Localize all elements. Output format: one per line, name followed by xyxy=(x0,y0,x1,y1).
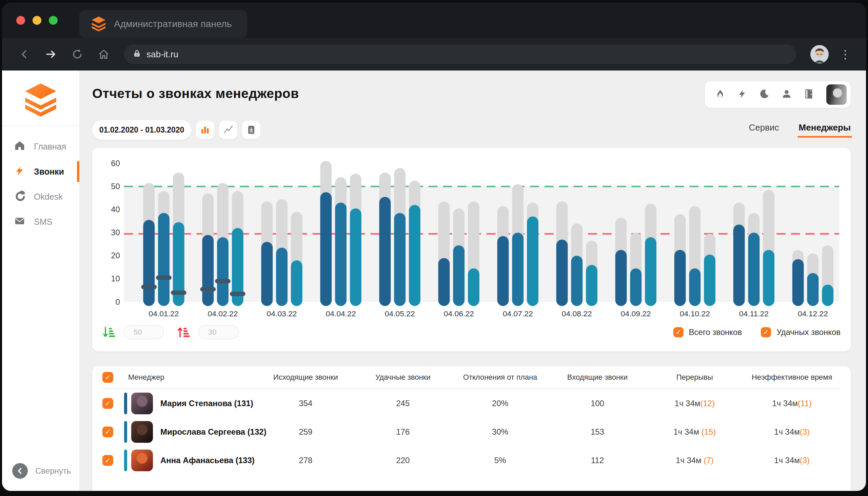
table-row[interactable]: ✓Анна Афанасьева (133)2782205%1121ч 34м … xyxy=(103,446,840,475)
active-indicator xyxy=(77,161,79,182)
export-button[interactable] xyxy=(242,121,260,139)
browser-tab[interactable]: Административная панель xyxy=(79,10,247,38)
collapse-label: Свернуть xyxy=(35,466,71,476)
outgoing-calls-value: 278 xyxy=(257,456,354,465)
sidebar-divider xyxy=(2,125,79,126)
sidebar-item-sms[interactable]: SMS xyxy=(2,209,79,234)
minimize-window-button[interactable] xyxy=(33,16,41,25)
svg-text:40: 40 xyxy=(111,205,120,214)
checkbox-checked-icon[interactable]: ✓ xyxy=(673,327,684,337)
ineffective-time-value: 1ч 34м(11) xyxy=(743,399,840,408)
sidebar-item-calls[interactable]: Звонки xyxy=(2,159,79,184)
svg-text:30: 30 xyxy=(111,228,120,237)
successful-calls-value: 220 xyxy=(354,456,452,465)
sidebar-collapse[interactable]: Свернуть xyxy=(2,463,79,479)
ineffective-time-value: 1ч 34м(3) xyxy=(743,427,840,437)
url-bar[interactable]: sab-it.ru xyxy=(124,44,796,64)
legend-label: Всего звонков xyxy=(689,327,742,337)
checkbox-checked-icon[interactable]: ✓ xyxy=(761,327,771,337)
bar-chart-view-button[interactable] xyxy=(196,121,214,139)
sidebar-item-home[interactable]: Главная xyxy=(2,134,79,159)
column-header[interactable]: Неэффективное время xyxy=(743,373,840,382)
manager-color-bar xyxy=(124,421,127,443)
back-button[interactable] xyxy=(14,43,35,65)
svg-text:04.01.22: 04.01.22 xyxy=(149,309,179,318)
flame-icon[interactable] xyxy=(715,89,725,100)
breaks-value: 1ч 34м (7) xyxy=(646,456,743,465)
door-exit-icon[interactable] xyxy=(804,89,814,100)
top-toolbar xyxy=(705,81,851,108)
tab-title: Административная панель xyxy=(114,19,232,30)
svg-text:04.04.22: 04.04.22 xyxy=(326,309,356,318)
svg-text:04.11.22: 04.11.22 xyxy=(739,309,769,318)
manager-avatar xyxy=(131,450,153,471)
column-header[interactable]: Отклонения от плана xyxy=(452,373,549,382)
sort-asc-icon[interactable] xyxy=(177,326,190,339)
column-header[interactable]: Перерывы xyxy=(646,373,743,382)
bolt-icon[interactable] xyxy=(738,89,747,100)
svg-text:50: 50 xyxy=(111,182,120,191)
column-header[interactable]: Входящие звонки xyxy=(549,373,646,382)
lock-icon xyxy=(133,49,141,59)
managers-table-card: ✓ Менеджер Исходящие звонки Удачные звон… xyxy=(92,366,851,491)
outgoing-calls-value: 354 xyxy=(257,399,354,408)
browser-profile-avatar[interactable] xyxy=(810,45,829,63)
upper-threshold-input[interactable] xyxy=(123,325,164,339)
column-header[interactable]: Исходящие звонки xyxy=(257,373,354,382)
row-checkbox[interactable]: ✓ xyxy=(103,398,113,409)
breaks-value: 1ч 34м(12) xyxy=(646,399,743,408)
manager-name: Анна Афанасьева (133) xyxy=(160,456,254,465)
user-icon[interactable] xyxy=(781,89,792,100)
app-content: Главная Звонки Okdesk SMS xyxy=(2,71,866,491)
browser-titlebar: Административная панель xyxy=(2,3,866,38)
svg-text:04.10.22: 04.10.22 xyxy=(680,309,710,318)
legend-total-calls[interactable]: ✓ Всего звонков xyxy=(673,327,742,337)
column-header[interactable]: Удачные звонки xyxy=(354,373,452,382)
sidebar-item-label: Главная xyxy=(34,142,66,152)
table-row[interactable]: ✓Мария Степанова (131)35424520%1001ч 34м… xyxy=(103,389,840,418)
line-chart-view-button[interactable] xyxy=(219,121,237,139)
main-area: Отчеты о звонках менеджеров xyxy=(79,71,866,491)
row-checkbox[interactable]: ✓ xyxy=(103,455,113,466)
legend-success-calls[interactable]: ✓ Удачных звонков xyxy=(761,327,840,337)
tab-service[interactable]: Сервис xyxy=(749,122,779,138)
maximize-window-button[interactable] xyxy=(49,16,58,25)
sort-desc-icon[interactable] xyxy=(103,326,115,339)
forward-button[interactable] xyxy=(40,43,62,65)
sidebar-item-okdesk[interactable]: Okdesk xyxy=(2,184,79,209)
incoming-calls-value: 153 xyxy=(549,427,646,437)
browser-navbar: sab-it.ru ⋮ xyxy=(2,38,866,71)
date-range-picker[interactable]: 01.02.2020 - 01.03.2020 xyxy=(92,120,191,140)
svg-text:04.08.22: 04.08.22 xyxy=(562,309,592,318)
svg-text:04.07.22: 04.07.22 xyxy=(503,309,533,318)
manager-avatar xyxy=(131,421,153,443)
svg-text:04.12.22: 04.12.22 xyxy=(798,309,828,318)
table-row[interactable]: ✓Мирослава Сергеева (132)25917630%1531ч … xyxy=(103,418,840,446)
url-text: sab-it.ru xyxy=(146,49,179,60)
calls-bar-chart[interactable]: 010203040506004.01.2204.02.2204.03.2204.… xyxy=(103,155,840,324)
legend-label: Удачных звонков xyxy=(776,327,840,337)
select-all-checkbox[interactable]: ✓ xyxy=(103,372,113,383)
sidebar-item-label: Okdesk xyxy=(34,192,63,202)
sidebar-item-label: Звонки xyxy=(34,167,64,177)
row-checkbox[interactable]: ✓ xyxy=(103,427,113,437)
home-button[interactable] xyxy=(93,43,114,65)
column-header[interactable]: Менеджер xyxy=(124,373,257,382)
plan-deviation-value: 5% xyxy=(452,456,549,465)
incoming-calls-value: 100 xyxy=(549,399,646,408)
close-window-button[interactable] xyxy=(16,16,25,25)
sidebar-item-label: SMS xyxy=(34,217,52,227)
outgoing-calls-value: 259 xyxy=(257,427,354,437)
lower-threshold-input[interactable] xyxy=(198,325,239,339)
calls-chart-card: 010203040506004.01.2204.02.2204.03.2204.… xyxy=(92,148,851,351)
svg-text:20: 20 xyxy=(111,251,120,260)
user-photo-avatar[interactable] xyxy=(826,84,847,105)
okdesk-icon xyxy=(14,190,25,203)
svg-text:04.06.22: 04.06.22 xyxy=(444,309,474,318)
manager-color-bar xyxy=(124,392,127,414)
moon-icon[interactable] xyxy=(759,89,769,100)
successful-calls-value: 176 xyxy=(354,427,452,437)
home-icon xyxy=(14,140,25,153)
reload-button[interactable] xyxy=(66,43,88,65)
tab-managers[interactable]: Менеджеры xyxy=(799,122,851,138)
